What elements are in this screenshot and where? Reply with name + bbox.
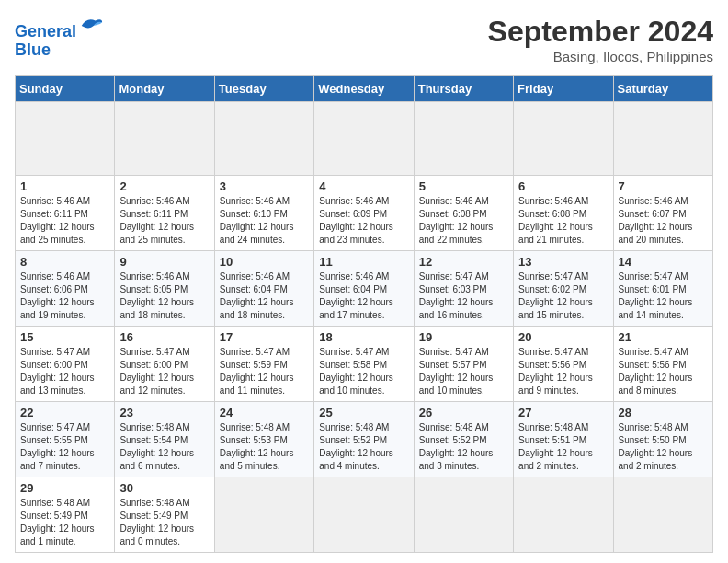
- calendar-cell: 22Sunrise: 5:47 AMSunset: 5:55 PMDayligh…: [16, 402, 115, 477]
- month-title: September 2024: [488, 15, 713, 49]
- calendar-week-row: 15Sunrise: 5:47 AMSunset: 6:00 PMDayligh…: [16, 327, 713, 402]
- calendar-week-row: 8Sunrise: 5:46 AMSunset: 6:06 PMDaylight…: [16, 251, 713, 327]
- day-info: Sunrise: 5:48 AMSunset: 5:49 PMDaylight:…: [119, 497, 209, 548]
- calendar-cell: 1Sunrise: 5:46 AMSunset: 6:11 PMDaylight…: [16, 176, 115, 251]
- day-info: Sunrise: 5:47 AMSunset: 6:03 PMDaylight:…: [419, 270, 508, 322]
- calendar-cell: [613, 102, 712, 176]
- calendar-cell: 6Sunrise: 5:46 AMSunset: 6:08 PMDaylight…: [514, 176, 613, 251]
- calendar-cell: 4Sunrise: 5:46 AMSunset: 6:09 PMDaylight…: [314, 176, 414, 251]
- calendar-cell: 19Sunrise: 5:47 AMSunset: 5:57 PMDayligh…: [414, 327, 513, 402]
- day-info: Sunrise: 5:47 AMSunset: 6:00 PMDaylight:…: [20, 346, 109, 397]
- day-info: Sunrise: 5:47 AMSunset: 5:56 PMDaylight:…: [518, 346, 608, 397]
- day-info: Sunrise: 5:48 AMSunset: 5:54 PMDaylight:…: [119, 421, 209, 473]
- day-number: 9: [119, 255, 209, 269]
- weekday-header-monday: Monday: [115, 76, 214, 102]
- calendar-cell: [314, 102, 414, 176]
- calendar-week-row: 1Sunrise: 5:46 AMSunset: 6:11 PMDaylight…: [16, 176, 713, 251]
- calendar-week-row: 29Sunrise: 5:48 AMSunset: 5:49 PMDayligh…: [16, 477, 713, 553]
- day-number: 24: [220, 406, 309, 419]
- day-number: 27: [518, 406, 608, 419]
- calendar-cell: 3Sunrise: 5:46 AMSunset: 6:10 PMDaylight…: [214, 176, 313, 251]
- day-number: 7: [619, 179, 708, 193]
- day-info: Sunrise: 5:47 AMSunset: 5:55 PMDaylight:…: [20, 421, 109, 473]
- calendar-cell: [414, 102, 513, 176]
- day-number: 20: [518, 330, 608, 344]
- calendar-cell: 9Sunrise: 5:46 AMSunset: 6:05 PMDaylight…: [115, 251, 214, 327]
- calendar-cell: [214, 477, 313, 553]
- calendar-cell: [214, 102, 313, 176]
- day-number: 17: [220, 330, 309, 344]
- calendar-week-row: [16, 102, 713, 176]
- logo-text: General: [15, 15, 104, 41]
- calendar-cell: 24Sunrise: 5:48 AMSunset: 5:53 PMDayligh…: [214, 402, 313, 477]
- day-number: 12: [419, 255, 508, 269]
- day-info: Sunrise: 5:46 AMSunset: 6:11 PMDaylight:…: [119, 195, 209, 247]
- calendar-cell: 18Sunrise: 5:47 AMSunset: 5:58 PMDayligh…: [314, 327, 414, 402]
- day-info: Sunrise: 5:47 AMSunset: 6:02 PMDaylight:…: [518, 270, 608, 322]
- day-number: 11: [319, 255, 408, 269]
- weekday-header-tuesday: Tuesday: [214, 76, 313, 102]
- calendar-cell: [514, 477, 613, 553]
- calendar-cell: 2Sunrise: 5:46 AMSunset: 6:11 PMDaylight…: [115, 176, 214, 251]
- location-title: Basing, Ilocos, Philippines: [488, 49, 713, 64]
- calendar-cell: [514, 102, 613, 176]
- day-info: Sunrise: 5:48 AMSunset: 5:52 PMDaylight:…: [319, 421, 408, 473]
- day-info: Sunrise: 5:48 AMSunset: 5:53 PMDaylight:…: [220, 421, 309, 473]
- calendar-cell: 30Sunrise: 5:48 AMSunset: 5:49 PMDayligh…: [115, 477, 214, 553]
- weekday-header-friday: Friday: [514, 76, 613, 102]
- calendar-cell: 23Sunrise: 5:48 AMSunset: 5:54 PMDayligh…: [115, 402, 214, 477]
- day-info: Sunrise: 5:46 AMSunset: 6:11 PMDaylight:…: [20, 195, 109, 247]
- day-number: 3: [220, 179, 309, 193]
- day-number: 2: [119, 179, 209, 193]
- day-number: 28: [619, 406, 708, 419]
- calendar-cell: 7Sunrise: 5:46 AMSunset: 6:07 PMDaylight…: [613, 176, 712, 251]
- day-number: 26: [419, 406, 508, 419]
- calendar-cell: 25Sunrise: 5:48 AMSunset: 5:52 PMDayligh…: [314, 402, 414, 477]
- title-block: September 2024 Basing, Ilocos, Philippin…: [488, 15, 713, 64]
- day-info: Sunrise: 5:48 AMSunset: 5:50 PMDaylight:…: [619, 421, 708, 473]
- calendar-cell: [414, 477, 513, 553]
- day-number: 18: [319, 330, 408, 344]
- day-number: 21: [619, 330, 708, 344]
- day-info: Sunrise: 5:48 AMSunset: 5:49 PMDaylight:…: [20, 497, 109, 548]
- weekday-header-thursday: Thursday: [414, 76, 513, 102]
- day-number: 1: [20, 179, 109, 193]
- calendar-cell: 15Sunrise: 5:47 AMSunset: 6:00 PMDayligh…: [16, 327, 115, 402]
- day-info: Sunrise: 5:47 AMSunset: 5:57 PMDaylight:…: [419, 346, 508, 397]
- day-number: 5: [419, 179, 508, 193]
- day-number: 29: [20, 481, 109, 495]
- day-info: Sunrise: 5:48 AMSunset: 5:51 PMDaylight:…: [518, 421, 608, 473]
- logo-general: General: [15, 22, 76, 40]
- weekday-header-wednesday: Wednesday: [314, 76, 414, 102]
- day-number: 25: [319, 406, 408, 419]
- calendar-cell: [613, 477, 712, 553]
- calendar-table: SundayMondayTuesdayWednesdayThursdayFrid…: [15, 75, 713, 553]
- day-info: Sunrise: 5:46 AMSunset: 6:10 PMDaylight:…: [220, 195, 309, 247]
- calendar-cell: 27Sunrise: 5:48 AMSunset: 5:51 PMDayligh…: [514, 402, 613, 477]
- day-number: 16: [119, 330, 209, 344]
- calendar-cell: 12Sunrise: 5:47 AMSunset: 6:03 PMDayligh…: [414, 251, 513, 327]
- calendar-cell: 20Sunrise: 5:47 AMSunset: 5:56 PMDayligh…: [514, 327, 613, 402]
- weekday-header-saturday: Saturday: [613, 76, 712, 102]
- page-header: General Blue September 2024 Basing, Iloc…: [15, 15, 713, 64]
- calendar-cell: 21Sunrise: 5:47 AMSunset: 5:56 PMDayligh…: [613, 327, 712, 402]
- day-info: Sunrise: 5:46 AMSunset: 6:04 PMDaylight:…: [319, 270, 408, 322]
- calendar-cell: 10Sunrise: 5:46 AMSunset: 6:04 PMDayligh…: [214, 251, 313, 327]
- calendar-cell: [314, 477, 414, 553]
- day-info: Sunrise: 5:46 AMSunset: 6:07 PMDaylight:…: [619, 195, 708, 247]
- logo-bird-icon: [78, 15, 104, 37]
- day-info: Sunrise: 5:47 AMSunset: 5:58 PMDaylight:…: [319, 346, 408, 397]
- day-info: Sunrise: 5:46 AMSunset: 6:05 PMDaylight:…: [119, 270, 209, 322]
- calendar-header-row: SundayMondayTuesdayWednesdayThursdayFrid…: [16, 76, 713, 102]
- calendar-cell: 16Sunrise: 5:47 AMSunset: 6:00 PMDayligh…: [115, 327, 214, 402]
- day-info: Sunrise: 5:46 AMSunset: 6:06 PMDaylight:…: [20, 270, 109, 322]
- day-number: 6: [518, 179, 608, 193]
- day-number: 14: [619, 255, 708, 269]
- calendar-cell: 13Sunrise: 5:47 AMSunset: 6:02 PMDayligh…: [514, 251, 613, 327]
- calendar-cell: [16, 102, 115, 176]
- day-number: 23: [119, 406, 209, 419]
- day-info: Sunrise: 5:47 AMSunset: 6:00 PMDaylight:…: [119, 346, 209, 397]
- calendar-cell: 17Sunrise: 5:47 AMSunset: 5:59 PMDayligh…: [214, 327, 313, 402]
- day-number: 19: [419, 330, 508, 344]
- day-info: Sunrise: 5:47 AMSunset: 5:56 PMDaylight:…: [619, 346, 708, 397]
